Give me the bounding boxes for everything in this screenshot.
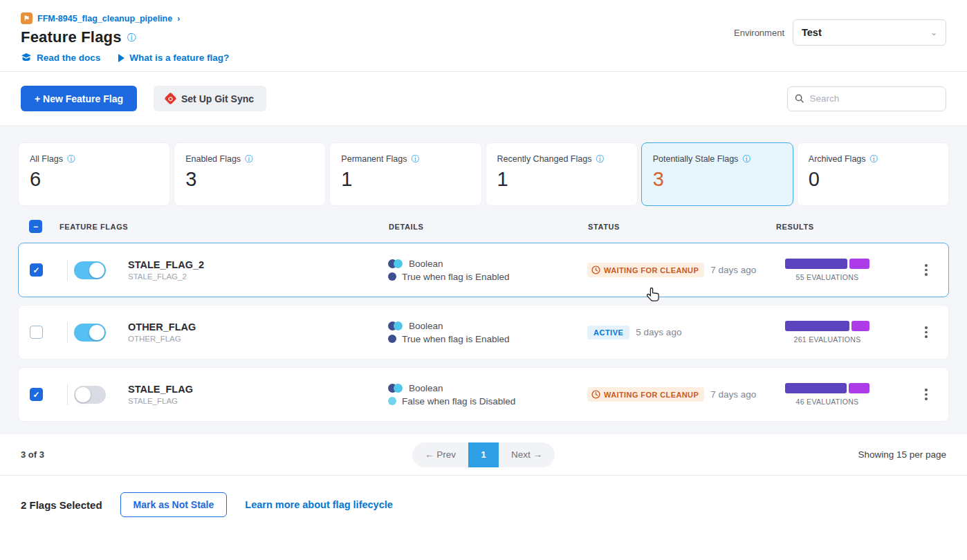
divider <box>67 260 68 281</box>
col-results: RESULTS <box>776 223 914 231</box>
clock-icon <box>591 390 600 399</box>
flag-type: Boolean <box>409 259 443 269</box>
row-menu-button[interactable] <box>921 322 932 342</box>
page-number[interactable]: 1 <box>468 442 499 467</box>
stats-row: All Flagsⓘ 6 Enabled Flagsⓘ 3 Permanent … <box>18 142 949 206</box>
play-icon <box>118 54 125 62</box>
stat-card-archived-flags[interactable]: Archived Flagsⓘ 0 <box>797 142 949 206</box>
breadcrumb-chevron-icon: › <box>177 14 180 24</box>
col-details: DETAILS <box>389 223 588 231</box>
flag-id: STALE_FLAG <box>128 397 388 405</box>
new-feature-flag-button[interactable]: + New Feature Flag <box>21 86 137 111</box>
page-header: ⚑ FFM-8945_flag_cleanup_pipeline › Featu… <box>0 0 967 72</box>
feature-flags-page: ⚑ FFM-8945_flag_cleanup_pipeline › Featu… <box>0 0 967 560</box>
main-content: All Flagsⓘ 6 Enabled Flagsⓘ 3 Permanent … <box>0 126 967 434</box>
divider <box>67 322 68 343</box>
boolean-icon <box>388 384 403 393</box>
status-time: 7 days ago <box>710 389 756 400</box>
evaluations-label: 261 EVALUATIONS <box>794 335 861 344</box>
chevron-down-icon: ⌄ <box>930 28 937 37</box>
row-checkbox[interactable] <box>30 326 43 339</box>
row-menu-button[interactable] <box>921 260 932 280</box>
selection-footer: 2 Flags Selected Mark as Not Stale Learn… <box>0 476 967 534</box>
flag-toggle[interactable] <box>74 324 106 342</box>
environment-select[interactable]: Test ⌄ <box>793 19 946 46</box>
toolbar: + New Feature Flag Set Up Git Sync <box>0 72 967 126</box>
flag-toggle[interactable] <box>74 261 106 279</box>
status-badge[interactable]: ACTIVE <box>587 326 629 339</box>
evaluations-bar <box>785 383 869 393</box>
next-page-button[interactable]: Next → <box>499 442 555 467</box>
stat-card-recently-changed-flags[interactable]: Recently Changed Flagsⓘ 1 <box>486 142 638 206</box>
row-checkbox[interactable]: ✓ <box>30 388 43 401</box>
table-row[interactable]: ✓ STALE_FLAG_2 STALE_FLAG_2 Boolean True… <box>18 243 949 297</box>
title-info-icon[interactable]: ⓘ <box>127 33 136 42</box>
status-badge[interactable]: WAITING FOR CLEANUP <box>587 263 704 277</box>
info-icon[interactable]: ⓘ <box>870 155 878 163</box>
git-icon <box>164 92 176 104</box>
page-title: Feature Flags <box>21 28 122 46</box>
boolean-icon <box>388 259 403 268</box>
row-count: 3 of 3 <box>21 449 44 460</box>
stat-value: 1 <box>341 168 471 191</box>
prev-page-button[interactable]: ← Prev <box>412 442 468 467</box>
selected-count: 2 Flags Selected <box>21 499 102 511</box>
variation-dot <box>388 397 396 405</box>
row-checkbox[interactable]: ✓ <box>30 263 43 277</box>
flag-toggle[interactable] <box>74 386 106 404</box>
info-icon[interactable]: ⓘ <box>245 155 253 163</box>
info-icon[interactable]: ⓘ <box>412 155 420 163</box>
evaluations-bar <box>785 259 869 269</box>
row-menu-button[interactable] <box>921 384 932 404</box>
search-box[interactable] <box>787 86 946 111</box>
pager: ← Prev 1 Next → <box>412 442 555 467</box>
stat-value: 0 <box>809 168 939 191</box>
flag-lifecycle-link[interactable]: Learn more about flag lifecycle <box>245 499 393 510</box>
evaluations-bar <box>785 321 869 331</box>
environment-value: Test <box>802 27 822 38</box>
flag-variation: True when flag is Enabled <box>402 334 510 344</box>
status-badge[interactable]: WAITING FOR CLEANUP <box>587 387 704 402</box>
flag-id: STALE_FLAG_2 <box>128 272 388 281</box>
stat-card-permanent-flags[interactable]: Permanent Flagsⓘ 1 <box>329 142 481 206</box>
breadcrumb-project[interactable]: FFM-8945_flag_cleanup_pipeline <box>37 14 172 24</box>
variation-dot <box>388 272 396 281</box>
info-icon[interactable]: ⓘ <box>67 155 75 163</box>
table-header: − FEATURE FLAGS DETAILS STATUS RESULTS <box>18 206 949 243</box>
showing-per-page: Showing 15 per page <box>858 449 946 460</box>
col-feature-flags: FEATURE FLAGS <box>59 223 389 231</box>
what-is-flag-link[interactable]: What is a feature flag? <box>118 53 229 63</box>
info-icon[interactable]: ⓘ <box>742 155 750 163</box>
docs-icon <box>21 53 32 63</box>
table-row[interactable]: ✓ STALE_FLAG STALE_FLAG Boolean False wh… <box>18 367 949 422</box>
flag-type: Boolean <box>409 321 443 331</box>
stat-card-potentially-stale-flags[interactable]: Potentially Stale Flagsⓘ 3 <box>641 142 793 206</box>
stat-card-all-flags[interactable]: All Flagsⓘ 6 <box>18 142 170 206</box>
info-icon[interactable]: ⓘ <box>596 155 604 163</box>
evaluations-label: 46 EVALUATIONS <box>796 398 859 406</box>
git-sync-button[interactable]: Set Up Git Sync <box>154 86 266 111</box>
read-docs-link[interactable]: Read the docs <box>21 53 100 63</box>
mark-not-stale-button[interactable]: Mark as Not Stale <box>120 492 228 517</box>
select-all-checkbox[interactable]: − <box>29 220 42 233</box>
clock-icon <box>591 265 600 274</box>
flag-name[interactable]: OTHER_FLAG <box>128 321 388 333</box>
flag-name[interactable]: STALE_FLAG <box>128 384 388 395</box>
flag-type: Boolean <box>409 383 443 393</box>
table-row[interactable]: OTHER_FLAG OTHER_FLAG Boolean True when … <box>18 305 949 360</box>
flag-id: OTHER_FLAG <box>128 335 388 343</box>
boolean-icon <box>388 321 403 330</box>
search-input[interactable] <box>809 93 939 104</box>
evaluations-label: 55 EVALUATIONS <box>796 273 859 281</box>
stat-value: 6 <box>30 168 160 191</box>
col-status: STATUS <box>588 223 776 231</box>
flag-name[interactable]: STALE_FLAG_2 <box>128 259 388 270</box>
divider <box>67 384 68 405</box>
flag-variation: False when flag is Disabled <box>402 396 515 407</box>
stat-card-enabled-flags[interactable]: Enabled Flagsⓘ 3 <box>174 142 326 206</box>
stat-value: 3 <box>185 168 315 191</box>
stat-value: 3 <box>653 168 783 191</box>
environment-label: Environment <box>734 28 784 38</box>
status-time: 7 days ago <box>710 265 756 275</box>
flags-table: ✓ STALE_FLAG_2 STALE_FLAG_2 Boolean True… <box>18 243 949 422</box>
